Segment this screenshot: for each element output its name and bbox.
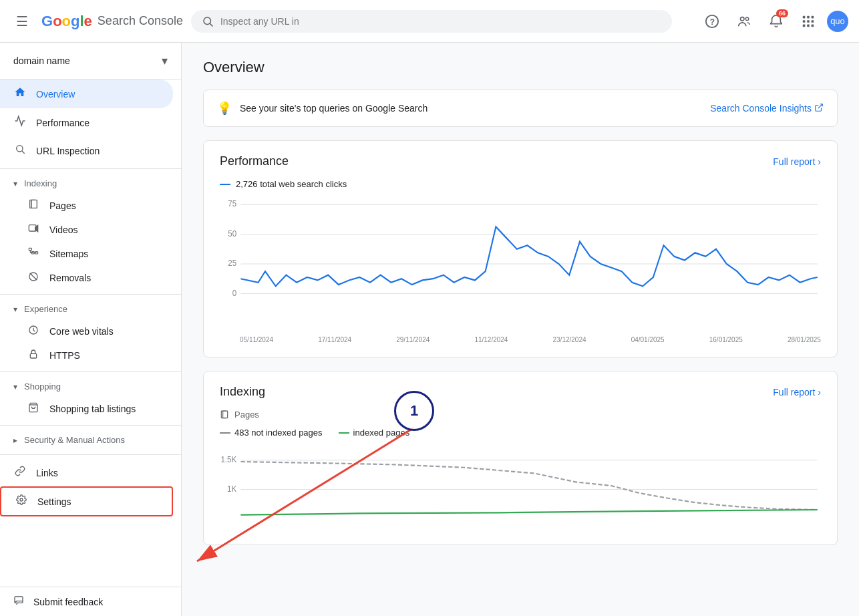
shopping-arrow-icon: ▾ bbox=[13, 382, 17, 392]
sidebar-shopping-tab-label: Shopping tab listings bbox=[49, 404, 136, 414]
sidebar-bottom: Submit feedback bbox=[0, 587, 181, 616]
indexed-label: indexed pages bbox=[353, 428, 410, 438]
sidebar-item-core-web-vitals[interactable]: Core web vitals bbox=[0, 319, 173, 343]
pages-icon bbox=[27, 199, 40, 212]
svg-rect-10 bbox=[807, 20, 810, 23]
indexed-line bbox=[339, 432, 349, 434]
sidebar-item-https[interactable]: HTTPS bbox=[0, 343, 173, 367]
sidebar-links-label: Links bbox=[36, 468, 58, 478]
help-button[interactable]: ? bbox=[699, 8, 725, 35]
sidebar-security-section[interactable]: ▸ Security & Manual Actions bbox=[0, 430, 181, 450]
logo-g: G bbox=[41, 13, 53, 29]
svg-rect-18 bbox=[31, 200, 37, 208]
svg-point-15 bbox=[17, 146, 23, 152]
domain-name: domain name bbox=[13, 55, 70, 66]
svg-rect-8 bbox=[812, 15, 814, 18]
performance-chart-svg: 75 50 25 0 bbox=[220, 197, 821, 331]
insights-banner: 💡 See your site's top queries on Google … bbox=[204, 90, 837, 126]
clicks-line-indicator bbox=[220, 184, 230, 185]
sidebar-item-links[interactable]: Links bbox=[0, 459, 173, 486]
app-body: domain name ▾ Overview Performance URL I… bbox=[0, 43, 859, 616]
insights-description: See your site's top queries on Google Se… bbox=[240, 103, 427, 114]
x-label-6: 04/01/2025 bbox=[631, 336, 665, 343]
indexing-tab[interactable]: Pages bbox=[220, 410, 821, 420]
svg-rect-9 bbox=[803, 20, 806, 23]
sidebar-item-removals[interactable]: Removals bbox=[0, 266, 173, 290]
svg-text:?: ? bbox=[710, 17, 715, 26]
core-web-vitals-icon bbox=[27, 325, 40, 338]
domain-selector[interactable]: domain name ▾ bbox=[0, 43, 181, 80]
x-label-4: 11/12/2024 bbox=[474, 336, 508, 343]
sidebar-item-url-inspection[interactable]: URL Inspection bbox=[0, 137, 173, 164]
sidebar-item-videos[interactable]: Videos bbox=[0, 218, 173, 242]
svg-rect-6 bbox=[803, 15, 806, 18]
performance-card-inner: Performance Full report › 2,726 total we… bbox=[204, 141, 837, 357]
x-label-8: 28/01/2025 bbox=[788, 336, 821, 343]
svg-text:1.5K: 1.5K bbox=[220, 455, 236, 464]
clicks-label: 2,726 total web search clicks bbox=[220, 179, 821, 189]
legend-not-indexed: 483 not indexed pages bbox=[220, 428, 323, 438]
insights-link[interactable]: Search Console Insights bbox=[710, 103, 824, 114]
url-inspect-input[interactable] bbox=[220, 16, 661, 27]
legend-indexed: indexed pages bbox=[339, 428, 410, 438]
insights-link-text: Search Console Insights bbox=[710, 103, 812, 114]
sidebar-experience-section[interactable]: ▾ Experience bbox=[0, 299, 181, 319]
page-title: Overview bbox=[203, 59, 838, 76]
svg-rect-12 bbox=[803, 24, 806, 27]
indexing-chevron-icon: › bbox=[818, 387, 821, 398]
notifications-button[interactable]: 66 bbox=[763, 8, 790, 35]
sidebar-item-shopping-tab[interactable]: Shopping tab listings bbox=[0, 397, 173, 421]
sidebar-shopping-section[interactable]: ▾ Shopping bbox=[0, 376, 181, 397]
submit-feedback-button[interactable]: Submit feedback bbox=[0, 587, 181, 616]
performance-full-report-link[interactable]: Full report › bbox=[773, 156, 821, 167]
app-logo: Google Search Console bbox=[41, 13, 183, 30]
svg-text:75: 75 bbox=[228, 199, 236, 208]
svg-rect-7 bbox=[807, 15, 810, 18]
submit-feedback-label: Submit feedback bbox=[33, 597, 103, 607]
avatar[interactable]: quo bbox=[827, 11, 848, 32]
indexing-tab-label: Pages bbox=[234, 410, 259, 420]
indexing-chart: 1.5K 1K bbox=[220, 446, 821, 526]
sidebar-url-inspection-label: URL Inspection bbox=[36, 146, 100, 156]
performance-icon bbox=[13, 115, 27, 130]
svg-point-0 bbox=[204, 17, 211, 25]
sidebar-item-performance[interactable]: Performance bbox=[0, 108, 173, 137]
svg-rect-14 bbox=[812, 24, 814, 27]
users-button[interactable] bbox=[731, 8, 757, 35]
sidebar-performance-label: Performance bbox=[36, 118, 90, 128]
grid-button[interactable] bbox=[795, 8, 822, 35]
svg-point-4 bbox=[741, 17, 745, 20]
sidebar-item-settings[interactable]: Settings bbox=[0, 486, 173, 516]
header: ☰ Google Search Console ? 66 quo bbox=[0, 0, 859, 43]
sidebar-item-sitemaps[interactable]: Sitemaps bbox=[0, 242, 173, 266]
menu-icon[interactable]: ☰ bbox=[11, 8, 33, 35]
x-label-1: 05/11/2024 bbox=[240, 336, 273, 343]
divider-3 bbox=[0, 371, 181, 372]
links-icon bbox=[13, 466, 27, 480]
sidebar-item-pages[interactable]: Pages bbox=[0, 194, 173, 218]
performance-title: Performance bbox=[220, 154, 289, 168]
divider-1 bbox=[0, 168, 181, 169]
videos-icon bbox=[27, 223, 40, 237]
svg-rect-13 bbox=[807, 24, 810, 27]
svg-rect-30 bbox=[30, 353, 36, 358]
bulb-icon: 💡 bbox=[217, 101, 232, 116]
sidebar-indexing-section[interactable]: ▾ Indexing bbox=[0, 173, 181, 194]
svg-line-28 bbox=[30, 273, 37, 281]
notification-count: 66 bbox=[776, 9, 788, 17]
performance-full-report-text: Full report bbox=[773, 156, 815, 167]
indexing-full-report-link[interactable]: Full report › bbox=[773, 387, 821, 398]
svg-line-34 bbox=[818, 104, 822, 108]
sitemaps-icon bbox=[27, 247, 40, 261]
sidebar-item-overview[interactable]: Overview bbox=[0, 80, 173, 108]
experience-arrow-icon: ▾ bbox=[13, 305, 17, 314]
sidebar-shopping-label: Shopping bbox=[24, 381, 61, 392]
removals-icon bbox=[27, 271, 40, 285]
search-bar[interactable] bbox=[191, 10, 672, 33]
sidebar-settings-label: Settings bbox=[37, 496, 71, 507]
sidebar-removals-label: Removals bbox=[49, 273, 91, 283]
security-arrow-icon: ▸ bbox=[13, 436, 17, 445]
logo-e: e bbox=[84, 13, 92, 29]
divider-5 bbox=[0, 454, 181, 455]
x-label-2: 17/11/2024 bbox=[318, 336, 351, 343]
